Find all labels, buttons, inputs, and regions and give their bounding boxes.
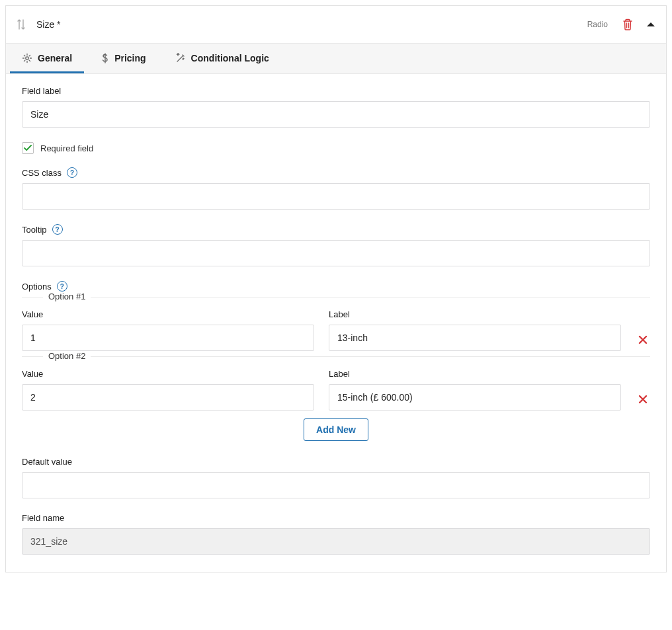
- panel-body: Field label Required field CSS class ? T…: [6, 74, 666, 572]
- tooltip-input[interactable]: [22, 240, 650, 266]
- help-icon[interactable]: ?: [52, 224, 63, 235]
- add-new-wrap: Add New: [22, 418, 650, 441]
- help-icon[interactable]: ?: [57, 281, 67, 292]
- field-label-group: Field label: [22, 86, 650, 128]
- tab-conditional-logic[interactable]: Conditional Logic: [163, 44, 281, 73]
- default-value-group: Default value: [22, 457, 650, 498]
- option-value-label: Value: [22, 369, 314, 379]
- panel-title: Size *: [36, 19, 61, 30]
- dollar-icon: [101, 53, 109, 63]
- tabs-bar: General Pricing Conditional Logic: [6, 43, 666, 74]
- tab-pricing[interactable]: Pricing: [89, 44, 157, 73]
- help-icon[interactable]: ?: [67, 167, 77, 178]
- option-block: Option #1 Value Label: [22, 297, 650, 351]
- svg-point-0: [26, 57, 28, 59]
- drag-handle-icon[interactable]: [17, 19, 26, 30]
- default-value-input[interactable]: [22, 472, 650, 498]
- required-row: Required field: [22, 142, 650, 154]
- option-label-label: Label: [329, 369, 621, 379]
- option-value-label: Value: [22, 309, 314, 319]
- field-label-input[interactable]: [22, 101, 650, 128]
- field-name-label: Field name: [22, 513, 650, 523]
- option-remove-button[interactable]: [636, 335, 650, 351]
- option-legend: Option #2: [43, 351, 91, 361]
- option-remove-button[interactable]: [636, 395, 650, 411]
- field-label-label: Field label: [22, 86, 650, 96]
- css-class-label: CSS class: [22, 168, 62, 178]
- field-name-input: [22, 528, 650, 555]
- option-label-label: Label: [329, 309, 621, 319]
- options-label: Options: [22, 282, 52, 292]
- tab-conditional-label: Conditional Logic: [191, 53, 269, 63]
- option-block: Option #2 Value Label: [22, 356, 650, 411]
- collapse-toggle[interactable]: [646, 21, 655, 28]
- css-class-input[interactable]: [22, 183, 650, 210]
- option-value-input[interactable]: [22, 384, 314, 411]
- option-label-input[interactable]: [329, 384, 621, 411]
- css-class-group: CSS class ?: [22, 167, 650, 210]
- option-value-input[interactable]: [22, 325, 314, 351]
- delete-button[interactable]: [622, 19, 633, 30]
- wand-icon: [175, 53, 186, 63]
- required-checkbox[interactable]: [22, 142, 34, 154]
- tooltip-label: Tooltip: [22, 225, 47, 235]
- field-name-group: Field name: [22, 513, 650, 555]
- tab-pricing-label: Pricing: [114, 53, 146, 63]
- tooltip-group: Tooltip ?: [22, 224, 650, 266]
- panel-header: Size * Radio: [6, 6, 666, 43]
- gear-icon: [22, 53, 32, 63]
- tab-general[interactable]: General: [10, 44, 84, 73]
- option-label-input[interactable]: [329, 325, 621, 351]
- field-type-label: Radio: [587, 20, 608, 29]
- add-new-button[interactable]: Add New: [304, 418, 368, 441]
- field-panel: Size * Radio General Pricing Condition: [5, 5, 667, 572]
- option-legend: Option #1: [43, 292, 91, 301]
- default-value-label: Default value: [22, 457, 650, 467]
- options-header: Options ?: [22, 281, 650, 292]
- required-label: Required field: [40, 143, 93, 153]
- tab-general-label: General: [38, 53, 72, 63]
